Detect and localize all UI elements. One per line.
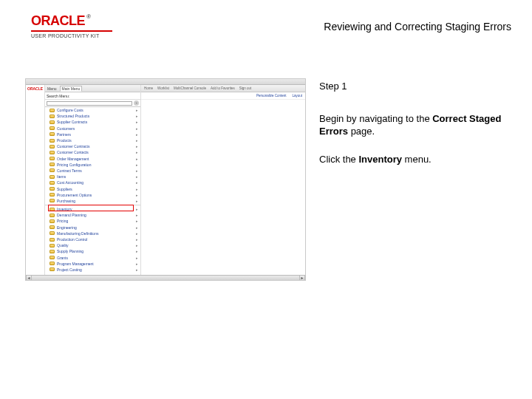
menu-item-label: Supplier Contracts [57, 120, 134, 124]
menu-item[interactable]: Pricing Configuration▸ [45, 162, 140, 168]
folder-icon [50, 219, 55, 223]
folder-icon [50, 208, 55, 211]
menu-divider [45, 205, 140, 205]
menu-item[interactable]: Project Costing▸ [45, 267, 140, 273]
menu-item[interactable]: Cost Accounting▸ [45, 180, 140, 185]
folder-icon [50, 214, 55, 217]
menu-item[interactable]: Configure Costs▸ [45, 107, 140, 113]
folder-icon [50, 244, 55, 248]
menu-search-row: Search Menu: [45, 92, 140, 100]
folder-icon [50, 120, 55, 124]
menu-item[interactable]: Engineering▸ [45, 225, 140, 231]
chevron-right-icon: ▸ [136, 199, 140, 203]
menu-item[interactable]: Quality▸ [45, 242, 140, 248]
menu-item[interactable]: Pricing▸ [45, 218, 140, 224]
chevron-right-icon: ▸ [136, 163, 140, 167]
top-nav-link[interactable]: Add to Favorites [211, 86, 235, 90]
chevron-right-icon: ▸ [136, 174, 140, 179]
menu-item[interactable]: Structured Products▸ [45, 113, 140, 119]
page-title: Reviewing and Correcting Staging Errors [324, 21, 511, 33]
app-screenshot: ORACLE Menu Main Menu Search Menu: » Con… [25, 78, 306, 281]
menu-item[interactable]: Manufacturing Definitions▸ [45, 231, 140, 236]
chevron-right-icon: ▸ [136, 180, 140, 185]
sidebar-header: Menu Main Menu [45, 85, 140, 92]
scroll-left-arrow[interactable]: ◄ [26, 276, 32, 280]
menu-item[interactable]: Purchasing▸ [45, 198, 140, 204]
menu-item-label: Customers [57, 126, 134, 131]
menu-item-label: Pricing Configuration [57, 163, 134, 167]
top-nav-link[interactable]: Sign out [239, 86, 252, 90]
folder-icon [50, 225, 55, 229]
chevron-right-icon: ▸ [136, 114, 140, 118]
instruction-line-1: Begin by navigating to the Correct Stage… [319, 112, 511, 138]
top-nav-link[interactable]: Home [144, 86, 153, 90]
page-action-link[interactable]: Personalize Content [256, 94, 287, 98]
menu-item[interactable]: Supplier Contracts▸ [45, 119, 140, 125]
scroll-right-arrow[interactable]: ► [299, 276, 305, 280]
menu-item[interactable]: Production Control▸ [45, 236, 140, 242]
folder-icon [50, 175, 55, 179]
menu-item-label: Project Costing [57, 267, 134, 272]
menu-item-label: Pricing [57, 219, 134, 223]
menu-item-label: Order Management [57, 157, 134, 161]
main-menu-tab[interactable]: Main Menu [60, 86, 83, 92]
folder-icon [50, 126, 55, 130]
menu-item-label: Configure Costs [57, 108, 134, 112]
folder-icon [50, 109, 55, 112]
step-label: Step 1 [319, 80, 511, 93]
chevron-right-icon: ▸ [136, 225, 140, 230]
menu-item-label: Purchasing [57, 199, 134, 203]
chevron-right-icon: ▸ [136, 249, 140, 253]
menu-item-label: Contract Terms [57, 168, 134, 173]
chevron-right-icon: ▸ [136, 193, 140, 197]
folder-icon [50, 193, 55, 197]
registered-mark: ® [86, 13, 91, 20]
menu-item[interactable]: Contract Terms▸ [45, 168, 140, 174]
folder-icon [50, 168, 55, 172]
app-brand-column: ORACLE [26, 85, 45, 280]
instruction-line-2: Click the Inventory menu. [319, 153, 511, 166]
search-go-button[interactable]: » [134, 100, 139, 106]
brand-subtitle: USER PRODUCTIVITY KIT [31, 33, 112, 38]
folder-icon [50, 145, 55, 149]
folder-icon [50, 181, 55, 185]
chevron-right-icon: ▸ [136, 219, 140, 223]
top-nav-link[interactable]: MultiChannel Console [174, 86, 206, 90]
menu-item[interactable]: Program Management▸ [45, 261, 140, 267]
chevron-right-icon: ▸ [136, 144, 140, 149]
menu-item[interactable]: Customer Contacts▸ [45, 149, 140, 155]
chevron-right-icon: ▸ [136, 262, 140, 266]
oracle-logo: ORACLE® USER PRODUCTIVITY KIT [31, 13, 112, 38]
search-input[interactable] [47, 101, 132, 106]
menu-item[interactable]: Items▸ [45, 174, 140, 180]
chevron-right-icon: ▸ [136, 213, 140, 217]
chevron-right-icon: ▸ [136, 126, 140, 131]
chevron-right-icon: ▸ [136, 150, 140, 154]
top-nav-links: HomeWorklistMultiChannel ConsoleAdd to F… [141, 85, 305, 92]
chevron-right-icon: ▸ [136, 168, 140, 173]
page-action-link[interactable]: Layout [292, 94, 302, 98]
menu-item[interactable]: Products▸ [45, 137, 140, 143]
menu-tab[interactable]: Menu [47, 86, 57, 91]
browser-chrome [26, 79, 305, 85]
menu-item[interactable]: Suppliers▸ [45, 185, 140, 191]
menu-item[interactable]: Order Management▸ [45, 156, 140, 162]
chevron-right-icon: ▸ [136, 108, 140, 112]
menu-item-label: Products [57, 138, 134, 143]
folder-icon [50, 262, 55, 265]
horizontal-scrollbar[interactable]: ◄ ► [26, 275, 305, 280]
menu-item[interactable]: Partners▸ [45, 132, 140, 137]
menu-item[interactable]: Customers▸ [45, 126, 140, 132]
menu-item-label: Program Management [57, 262, 134, 266]
menu-item[interactable]: Supply Planning▸ [45, 248, 140, 254]
menu-item[interactable]: Demand Planning▸ [45, 212, 140, 218]
folder-icon [50, 256, 55, 259]
menu-item[interactable]: Grants▸ [45, 255, 140, 261]
chevron-right-icon: ▸ [136, 267, 140, 272]
top-nav-link[interactable]: Worklist [157, 86, 169, 90]
menu-item[interactable]: Customer Contracts▸ [45, 143, 140, 149]
menu-item[interactable]: Procurement Options▸ [45, 192, 140, 198]
menu-item[interactable]: Inventory▸ [45, 206, 140, 212]
menu-item-label: Structured Products [57, 114, 134, 118]
folder-icon [50, 267, 55, 271]
